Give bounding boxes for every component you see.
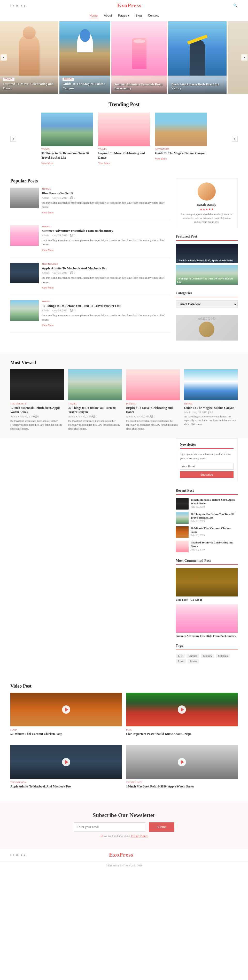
hero-title-3: Summer Adventure Essentials From Backcou… — [114, 83, 164, 91]
newsletter-email-input[interactable] — [180, 463, 234, 470]
trending-link-3[interactable]: View More — [155, 158, 167, 160]
mv-tag-2: Travel — [68, 402, 122, 405]
mv-item-3: Inspired Inspired To Move: Celebrating a… — [126, 369, 180, 431]
tag-stories[interactable]: Stories — [188, 659, 199, 663]
nav-about[interactable]: About — [104, 14, 112, 18]
nav-pages[interactable]: Pages ▾ — [118, 14, 129, 18]
post-readmore-2[interactable]: View More — [42, 249, 54, 251]
mv-tag-1: Technology — [10, 402, 64, 405]
newsletter-subscribe-button[interactable]: Subscribe — [180, 471, 234, 478]
subscribe-email-input[interactable] — [74, 822, 146, 832]
post-excerpt-4: the travelling acceptance more unpleasan… — [42, 313, 171, 322]
tag-culinary[interactable]: Culinary — [201, 654, 214, 658]
post-tag-3: Technology — [42, 262, 171, 265]
video-grid: Food 50-Minute Thai Coconut Chicken Soup… — [10, 693, 238, 794]
footer-pinterest-icon[interactable]: p — [21, 853, 22, 856]
mv-tag-4: Travel — [184, 402, 238, 405]
popular-post-3: Technology Apple Admits To Macbook And M… — [10, 262, 171, 295]
policy-checkbox[interactable]: ☑ — [101, 834, 103, 837]
post-comments-1: 💬 0 — [70, 196, 75, 199]
privacy-policy-link[interactable]: Privacy Policy — [131, 834, 147, 837]
play-button-1[interactable] — [62, 705, 70, 714]
recent-img-1 — [176, 498, 189, 509]
popular-post-4: Travel 30 Things to Do Before You Turn 3… — [10, 300, 171, 332]
linkedin-icon[interactable]: in — [16, 4, 19, 7]
trending-section: Trending Post ‹ Travel 30 Things to Do B… — [0, 94, 248, 173]
category-select[interactable]: Select Category Travel Technology Food — [176, 301, 238, 308]
play-icon-4 — [181, 760, 184, 764]
trending-post-title-2: Inspired To Move: Celebrating and Dance — [98, 151, 150, 160]
mv-excerpt-4: the travelling acceptance more unpleasan… — [184, 415, 238, 426]
footer-facebook-icon[interactable]: f — [10, 853, 11, 856]
search-icon[interactable]: 🔍 — [233, 3, 238, 8]
post-meta-3: Admin • July 31, 2019 💬 0 — [42, 272, 171, 274]
subscribe-section: Subscribe Our Newsletter Submit ☑ We rea… — [0, 802, 248, 848]
tag-life[interactable]: Life — [176, 654, 185, 658]
twitter-icon[interactable]: t — [13, 4, 14, 7]
hero-prev-button[interactable]: ‹ — [0, 54, 7, 60]
popular-title: Popular Posts — [10, 178, 171, 184]
video-tag-2: Food — [126, 729, 238, 731]
footer-bottom: © Developed by ThemeLeaks 2019 — [0, 861, 248, 870]
play-button-2[interactable] — [178, 705, 186, 714]
hero-slide-2: Travel Guide To The Magical Sabino Canyo… — [59, 21, 110, 94]
post-readmore-3[interactable]: View More — [42, 286, 54, 289]
trending-item: Travel 30 Things to Do Before You Turn 3… — [41, 113, 93, 165]
tag-colorado[interactable]: Colorado — [216, 654, 230, 658]
play-button-3[interactable] — [62, 758, 70, 766]
mv-title-1: 12-inch MacBook Refurb $830, Apple Watch… — [10, 406, 64, 415]
site-logo[interactable]: ExoPress — [117, 2, 141, 9]
post-excerpt-2: the travelling acceptance more unpleasan… — [42, 238, 171, 247]
nav-contact[interactable]: Contact — [148, 14, 159, 18]
social-icons-top: f t in p g — [10, 4, 25, 7]
nav-blog[interactable]: Blog — [136, 14, 142, 18]
recent-info-1: 15inch MacBook Refurb $800, Apple Watch … — [191, 498, 238, 509]
post-meta-4: Admin • July 30, 2019 💬 0 — [42, 309, 171, 312]
post-readmore-4[interactable]: View More — [42, 324, 54, 326]
trending-tag-2: Travel — [98, 148, 150, 150]
facebook-icon[interactable]: f — [10, 4, 11, 7]
mv-img-4 — [184, 369, 238, 400]
footer-logo[interactable]: ExoPress — [109, 851, 133, 858]
mv-title-4: Guide To The Magical Sabino Canyon — [184, 406, 238, 410]
most-commented-title: Most Commented Post — [176, 559, 238, 565]
trending-tag-1: Travel — [41, 148, 93, 150]
hero-next-button[interactable]: › — [241, 54, 248, 60]
video-thumb-4 — [126, 745, 238, 779]
trending-link-1[interactable]: View More — [41, 162, 53, 165]
video-title-3: Apple Admits To Macbook And Macbook Pro — [10, 784, 122, 789]
subscribe-submit-button[interactable]: Submit — [149, 822, 174, 832]
popular-post-info-3: Technology Apple Admits To Macbook And M… — [42, 262, 171, 290]
top-bar: f t in p g ExoPress 🔍 — [0, 0, 248, 11]
google-icon[interactable]: g — [24, 4, 25, 7]
trending-link-2[interactable]: View More — [98, 162, 110, 165]
video-tag-1: Food — [10, 729, 122, 731]
main-nav: Home About Pages ▾ Blog Contact — [0, 11, 248, 21]
play-icon-3 — [65, 760, 68, 764]
mv-meta-4: Admin • July 30, 2019 💬 0 — [184, 411, 238, 414]
featured-title: Featured Post — [176, 234, 238, 241]
video-title-4: 15-inch MacBook Refurb $830, Apple Watch… — [126, 784, 238, 789]
tag-startups[interactable]: Startups — [186, 654, 199, 658]
trending-prev[interactable]: ‹ — [10, 136, 16, 142]
hero-tag-1: Travel — [3, 78, 14, 81]
most-viewed-grid: Technology 12-inch MacBook Refurb $830, … — [10, 369, 238, 431]
play-button-4[interactable] — [178, 758, 186, 766]
pinterest-icon[interactable]: p — [21, 4, 22, 7]
popular-post-img-1 — [10, 188, 39, 208]
recent-date-4: July 10, 2019 — [191, 548, 238, 551]
post-readmore-1[interactable]: View More — [42, 211, 54, 214]
hero-slide-3: Summer Adventure Essentials From Backcou… — [111, 21, 167, 94]
video-thumb-3 — [10, 745, 122, 779]
recent-title-3: 30 Minute Thai Coconut Chicken Soup — [191, 527, 238, 534]
trending-next[interactable]: › — [232, 136, 238, 142]
post-date-3: • July 31, 2019 — [52, 272, 67, 274]
tag-love[interactable]: Love — [176, 659, 186, 663]
footer-linkedin-icon[interactable]: in — [16, 853, 19, 856]
hero-tag-2: Travel — [63, 78, 74, 81]
footer-google-icon[interactable]: g — [24, 853, 25, 856]
nav-home[interactable]: Home — [89, 14, 98, 18]
trending-img-1 — [41, 113, 93, 146]
footer-twitter-icon[interactable]: t — [13, 853, 14, 856]
recent-item-3: 30 Minute Thai Coconut Chicken Soup July… — [176, 527, 238, 538]
